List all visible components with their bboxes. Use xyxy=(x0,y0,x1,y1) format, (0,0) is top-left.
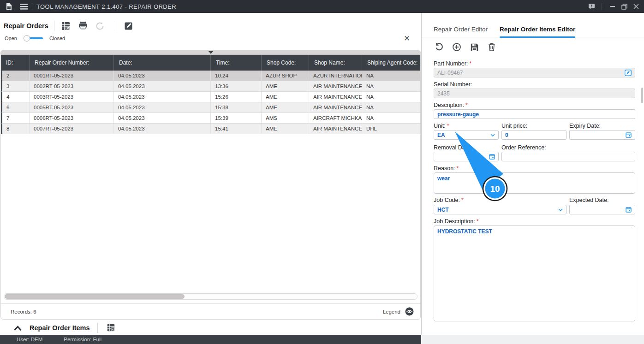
required-asterisk: * xyxy=(465,102,468,108)
chevron-down-icon[interactable] xyxy=(490,134,495,136)
table-cell: DHL xyxy=(362,124,421,134)
table-cell: AIR MAINTENANCE E... xyxy=(309,81,362,91)
filter-collapse-bar[interactable] xyxy=(1,50,420,55)
expected-date-field[interactable] xyxy=(569,205,635,214)
serial-number-field: 2435 xyxy=(434,89,635,98)
window-title: TOOL MANAGEMENT 2.1.407 - REPAIR ORDER xyxy=(36,3,176,10)
refresh-icon[interactable] xyxy=(94,20,106,32)
calendar-icon[interactable] xyxy=(626,132,632,138)
unit-price-field[interactable]: 0 xyxy=(501,130,566,140)
close-icon[interactable]: ✕ xyxy=(402,34,411,43)
statusbar-right-filler xyxy=(421,335,644,344)
column-header[interactable]: Date: xyxy=(114,55,211,71)
table-row[interactable]: 40003RT-05-202304.05.202315:26AMEAIR MAI… xyxy=(1,92,420,102)
column-header[interactable]: Time: xyxy=(211,55,262,71)
titlebar-separator xyxy=(32,3,32,10)
collapse-section-icon[interactable] xyxy=(14,325,22,331)
required-asterisk: * xyxy=(461,197,464,203)
panel-title: Repair Orders xyxy=(4,22,48,30)
description-field[interactable]: pressure-gauge xyxy=(434,109,635,119)
toggle-open-label: Open xyxy=(5,36,17,41)
delete-icon[interactable] xyxy=(486,42,497,53)
legend-eye-icon[interactable] xyxy=(405,307,414,316)
statusbar: User: DEM Permission: Full xyxy=(0,335,644,344)
tab-repair-order-editor[interactable]: Repair Order Editor xyxy=(434,22,488,37)
table-row[interactable]: 20001RT-05-202304.05.202310:24AZUR SHOPA… xyxy=(1,71,420,81)
feedback-icon[interactable] xyxy=(585,0,597,13)
table-cell: 8 xyxy=(2,124,30,134)
table-row[interactable]: 80007RT-05-202304.05.202315:41AMEAIR MAI… xyxy=(1,124,420,134)
table-cell: 15:39 xyxy=(211,113,262,123)
minimize-icon[interactable] xyxy=(606,0,618,13)
table-cell: 04.05.2023 xyxy=(114,102,211,113)
table-cell: AZUR SHOP xyxy=(262,71,309,81)
table-cell: AMS xyxy=(262,113,309,123)
lookup-icon[interactable] xyxy=(625,70,632,76)
part-number-field: ALI-09467 xyxy=(434,68,635,77)
column-header[interactable]: Shop Name: xyxy=(309,55,362,71)
job-description-field[interactable]: HYDROSTATIC TEST xyxy=(434,225,635,321)
undo-icon[interactable] xyxy=(434,42,445,53)
table-cell: 04.05.2023 xyxy=(114,124,211,134)
table-cell: 04.05.2023 xyxy=(114,113,211,123)
chevron-down-icon[interactable] xyxy=(558,208,563,211)
toggle-closed-label: Closed xyxy=(49,36,65,41)
column-header[interactable]: Shiping Agent Code: xyxy=(362,55,421,71)
print-icon[interactable] xyxy=(77,20,89,32)
table-row[interactable]: 70006RT-05-202304.05.202315:39AMSAIRCRAF… xyxy=(1,113,420,124)
tab-repair-order-items-editor[interactable]: Repair Order Items Editor xyxy=(500,22,575,37)
maximize-icon[interactable] xyxy=(618,0,630,13)
table-cell: 04.05.2023 xyxy=(114,71,211,81)
required-asterisk: * xyxy=(457,165,459,172)
table-cell: 15:41 xyxy=(211,124,262,134)
excel-export-icon[interactable] xyxy=(60,20,72,32)
table-cell: 3 xyxy=(2,81,30,91)
open-closed-toggle[interactable] xyxy=(24,35,43,42)
unit-select[interactable]: EA xyxy=(434,130,499,140)
column-header[interactable]: Repair Order Number: xyxy=(30,55,114,71)
main-area: Repair Orders ✕ Open Closed ID:Repair Or… xyxy=(0,13,644,335)
reason-field[interactable]: wear xyxy=(434,172,635,194)
titlebar-separator xyxy=(602,3,602,10)
table-cell: AME xyxy=(262,102,309,113)
reason-label: Reason:* xyxy=(434,165,459,172)
edit-icon[interactable] xyxy=(123,20,135,32)
expiry-date-label: Expiry Date: xyxy=(569,123,602,129)
grid-header-row[interactable]: ID:Repair Order Number:Date:Time:Shop Co… xyxy=(1,55,420,71)
section-title: Repair Order Items xyxy=(30,324,90,332)
column-header[interactable]: Shop Code: xyxy=(262,55,309,71)
part-number-label: Part Number:* xyxy=(434,60,471,67)
calendar-icon[interactable] xyxy=(626,207,632,213)
scrollbar-thumb[interactable] xyxy=(5,294,185,299)
table-cell: NA xyxy=(362,71,421,81)
order-reference-label: Order Reference: xyxy=(501,144,548,151)
removal-date-field[interactable] xyxy=(434,152,499,161)
order-reference-field[interactable] xyxy=(501,152,635,161)
table-cell: 10:24 xyxy=(211,71,262,81)
job-code-select[interactable]: HCT xyxy=(434,205,566,214)
table-cell: NA xyxy=(362,81,421,91)
horizontal-scrollbar[interactable] xyxy=(4,293,417,300)
required-asterisk: * xyxy=(477,218,479,225)
table-cell: 13:36 xyxy=(211,81,262,91)
table-cell: AIRCRAFT MICHKAS... xyxy=(309,113,362,123)
legend-label: Legend xyxy=(383,309,400,314)
window-close-icon[interactable] xyxy=(630,0,642,13)
excel-export-icon[interactable] xyxy=(105,322,117,334)
table-cell: AIR MAINTENANCE E... xyxy=(309,102,362,113)
table-cell: 4 xyxy=(2,92,30,102)
menu-icon[interactable] xyxy=(19,2,28,11)
table-cell: 6 xyxy=(2,102,30,113)
save-icon[interactable] xyxy=(469,42,480,53)
serial-number-label: Serial Number: xyxy=(434,81,473,88)
editor-tabs: Repair Order EditorRepair Order Items Ed… xyxy=(422,22,644,37)
column-header[interactable]: ID: xyxy=(1,55,30,71)
table-row[interactable]: 30002RT-05-202304.05.202313:36AMEAIR MAI… xyxy=(1,81,420,92)
calendar-icon[interactable] xyxy=(489,154,495,160)
add-icon[interactable] xyxy=(451,42,462,53)
vertical-scrollbar-thumb[interactable] xyxy=(641,88,643,103)
removal-date-label: Removal Date: xyxy=(434,144,473,151)
expiry-date-field[interactable] xyxy=(569,130,635,140)
table-row[interactable]: 60005RT-05-202304.05.202315:38AMEAIR MAI… xyxy=(1,102,420,113)
filter-collapse-icon xyxy=(209,51,213,54)
